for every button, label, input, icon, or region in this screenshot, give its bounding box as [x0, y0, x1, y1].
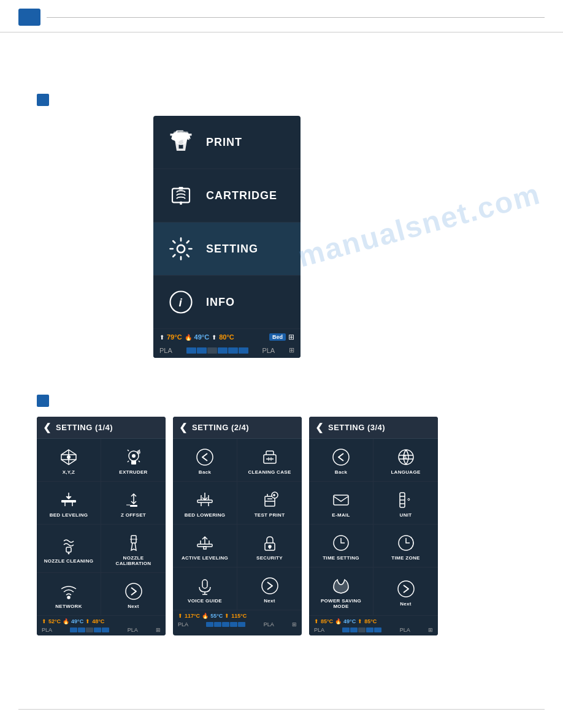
- setting-header-1: ❮ SETTING (1/4): [37, 417, 166, 439]
- bed-badge: Bed: [269, 333, 286, 341]
- nozzle1-icon: ⬆: [212, 334, 216, 341]
- back-3-label: Back: [335, 469, 347, 475]
- grid-security[interactable]: SECURITY: [237, 525, 302, 567]
- grid-time-setting[interactable]: TIME SETTING: [309, 525, 373, 567]
- grid-next-3[interactable]: Next: [373, 567, 438, 616]
- unit-label: UNIT: [400, 512, 412, 518]
- grid-extruder[interactable]: EXTRUDER: [101, 439, 166, 482]
- back-btn-2[interactable]: ❮: [179, 422, 187, 433]
- back-btn-1[interactable]: ❮: [43, 422, 51, 433]
- s2-n1-icon: ⬆: [224, 613, 229, 619]
- s1-n2-icon: ⬆: [42, 618, 47, 624]
- s3-bar-4: [366, 628, 373, 632]
- s2-bed-icon: 🔥: [202, 613, 209, 619]
- nozzle2-icon: ⬆: [159, 334, 164, 341]
- extruder-label: EXTRUDER: [119, 469, 147, 475]
- active-leveling-label: ACTIVE LEVELING: [182, 555, 228, 561]
- grid-network[interactable]: NETWORK: [37, 573, 101, 616]
- svg-rect-13: [131, 461, 136, 464]
- grid-unit[interactable]: ° UNIT: [373, 482, 438, 525]
- grid-back-3[interactable]: Back: [309, 439, 373, 482]
- bed-leveling-label: BED LEVELING: [50, 512, 88, 518]
- top-bar: [0, 0, 563, 32]
- time-zone-label: TIME ZONE: [391, 555, 419, 561]
- setting-grid-2: Back CLEANING CASE BED LOWERING: [173, 439, 302, 610]
- svg-rect-18: [130, 505, 137, 507]
- grid-cleaning-case[interactable]: CLEANING CASE: [237, 439, 302, 482]
- back-btn-3[interactable]: ❮: [315, 422, 323, 433]
- grid-bed-leveling[interactable]: BED LEVELING: [37, 482, 101, 525]
- grid-active-leveling[interactable]: ACTIVE LEVELING: [173, 525, 237, 567]
- setting-screen-2: ❮ SETTING (2/4) Back CLEANING CASE: [173, 417, 302, 635]
- svg-point-35: [269, 545, 271, 548]
- back-2-label: Back: [199, 469, 211, 475]
- grid-next-1[interactable]: Next: [101, 573, 166, 616]
- s2-n1-temp: 115°C: [231, 613, 247, 619]
- s2-bar-2: [214, 622, 221, 627]
- s3-n2-temp: 85°C: [321, 618, 333, 624]
- svg-point-12: [132, 454, 136, 458]
- bar-seg-1: [186, 347, 196, 354]
- s3-n2-icon: ⬆: [314, 618, 319, 624]
- section-one-marker: [37, 94, 49, 106]
- filament-left: PLA: [159, 347, 172, 354]
- grid-language[interactable]: A LANGUAGE: [373, 439, 438, 482]
- s1-bar-4: [94, 628, 101, 632]
- menu-item-print[interactable]: PRINT: [153, 116, 301, 169]
- menu-item-setting[interactable]: SETTING: [153, 222, 301, 276]
- svg-rect-46: [334, 495, 348, 505]
- s2-bar-1: [206, 622, 213, 627]
- s2-progress: [206, 622, 245, 627]
- main-menu-screen: PRINT CARTRIDGE SETTING i I: [153, 116, 301, 358]
- bottom-divider: [18, 709, 545, 710]
- s3-bed-icon: 🔥: [335, 618, 342, 624]
- status-bar-s3: ⬆ 85°C 🔥 49°C ⬆ 85°C: [309, 616, 438, 626]
- grid-nozzle-cleaning[interactable]: NOZZLE CLEANING: [37, 525, 101, 573]
- grid-voice-guide[interactable]: VOICE GUIDE: [173, 567, 237, 610]
- network-grid-icon: ⊞: [289, 346, 294, 354]
- grid-test-print[interactable]: TEST PRINT: [237, 482, 302, 525]
- time-setting-label: TIME SETTING: [323, 555, 359, 561]
- svg-text:°: °: [407, 497, 410, 506]
- language-label: LANGUAGE: [391, 469, 420, 475]
- grid-back-2[interactable]: Back: [173, 439, 237, 482]
- menu-item-info[interactable]: i INFO: [153, 276, 301, 329]
- grid-next-2[interactable]: Next: [237, 567, 302, 610]
- progress-bar: [186, 347, 248, 354]
- cleaning-case-label: CLEANING CASE: [248, 469, 291, 475]
- setting-icon: [166, 233, 196, 264]
- s1-n1-icon: ⬆: [85, 618, 90, 624]
- nozzle-cleaning-label: NOZZLE CLEANING: [44, 558, 94, 564]
- s3-progress: [342, 628, 381, 632]
- grid-nozzle-calibration[interactable]: NOZZLE CALIBRATION: [101, 525, 166, 573]
- svg-rect-33: [204, 547, 206, 549]
- section-two: ❮ SETTING (1/4) X,Y,Z EXTRUDER: [37, 395, 526, 635]
- nozzle-calibration-label: NOZZLE CALIBRATION: [106, 555, 161, 566]
- grid-power-saving[interactable]: POWER SAVING MODE: [309, 567, 373, 616]
- svg-point-24: [67, 596, 70, 599]
- grid-time-zone[interactable]: TIME ZONE: [373, 525, 438, 567]
- print-label: PRINT: [206, 136, 242, 149]
- s1-bar-2: [78, 628, 85, 632]
- main-status-bar: ⬆ 79°C 🔥 49°C ⬆ 80°C Bed ⊞: [153, 329, 301, 344]
- status-right: Bed ⊞: [269, 333, 294, 341]
- s1-progress: [70, 628, 109, 632]
- z-offset-label: Z OFFSET: [121, 512, 146, 518]
- svg-point-21: [68, 552, 70, 554]
- s2-n2-icon: ⬆: [178, 613, 183, 619]
- grid-xyz[interactable]: X,Y,Z: [37, 439, 101, 482]
- bar-seg-2: [197, 347, 207, 354]
- s1-bar-3: [86, 628, 93, 632]
- s1-fil-l: PLA: [42, 627, 52, 633]
- grid-z-offset[interactable]: Z OFFSET: [101, 482, 166, 525]
- filament-bar-s1: PLA PLA ⊞: [37, 626, 166, 635]
- svg-rect-2: [179, 187, 183, 189]
- svg-text:A: A: [403, 454, 407, 461]
- grid-email[interactable]: E-MAIL: [309, 482, 373, 525]
- s2-bar-5: [238, 622, 245, 627]
- s3-bed-temp: 49°C: [343, 618, 356, 624]
- s2-n2-temp: 117°C: [185, 613, 200, 619]
- grid-bed-lowering[interactable]: BED LOWERING: [173, 482, 237, 525]
- top-bar-icon: [18, 9, 40, 26]
- menu-item-cartridge[interactable]: CARTRIDGE: [153, 169, 301, 222]
